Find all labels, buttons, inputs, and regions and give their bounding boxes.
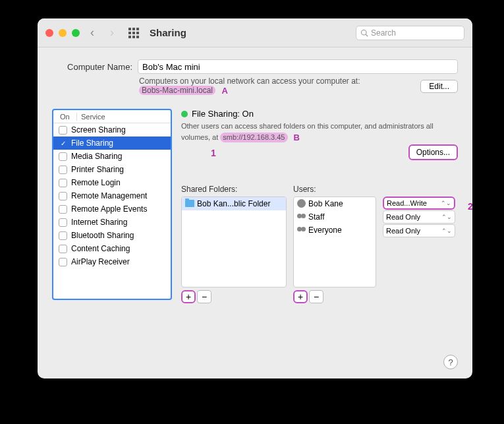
shared-folders-label: Shared Folders:: [181, 185, 287, 194]
fullscreen-button[interactable]: [72, 29, 80, 37]
service-label: Bluetooth Sharing: [71, 231, 134, 240]
services-header-service: Service: [77, 113, 105, 121]
user-row[interactable]: Everyone: [294, 224, 376, 237]
annotation-a: A: [221, 86, 227, 96]
search-placeholder: Search: [371, 28, 396, 38]
back-button[interactable]: ‹: [85, 26, 99, 40]
service-checkbox[interactable]: [59, 218, 67, 227]
service-checkbox[interactable]: [59, 166, 67, 174]
search-input[interactable]: Search: [356, 26, 464, 40]
search-icon: [360, 29, 368, 37]
annotation-1: 1: [211, 148, 216, 158]
close-window-button[interactable]: [45, 29, 53, 37]
service-label: Internet Sharing: [71, 218, 127, 227]
service-label: File Sharing: [71, 138, 113, 148]
service-row-airplay-receiver[interactable]: AirPlay Receiver: [53, 255, 171, 268]
folder-row[interactable]: Bob Kan...blic Folder: [182, 197, 286, 210]
service-label: Remote Apple Events: [71, 204, 147, 214]
add-user-button[interactable]: +: [293, 290, 308, 303]
service-checkbox[interactable]: [59, 245, 67, 253]
shared-folders-list[interactable]: Bob Kan...blic Folder: [181, 197, 287, 288]
edit-hostname-button[interactable]: Edit...: [420, 80, 458, 93]
minimize-window-button[interactable]: [59, 29, 67, 37]
status-indicator-icon: [181, 111, 188, 117]
service-row-printer-sharing[interactable]: Printer Sharing: [53, 163, 171, 176]
hostname-highlight: Bobs-Mac-mini.local: [139, 86, 215, 95]
service-label: Remote Login: [71, 178, 121, 187]
user-icon: [297, 199, 306, 208]
group-icon: [297, 227, 306, 233]
service-row-remote-management[interactable]: Remote Management: [53, 189, 171, 202]
service-checkbox[interactable]: [59, 152, 67, 161]
window-title: Sharing: [150, 27, 186, 38]
hostname-subtext: Computers on your local network can acce…: [139, 76, 412, 96]
service-row-bluetooth-sharing[interactable]: Bluetooth Sharing: [53, 229, 171, 242]
service-label: Printer Sharing: [71, 165, 124, 174]
folder-icon: [185, 200, 194, 207]
computer-name-field[interactable]: [138, 59, 458, 74]
service-label: AirPlay Receiver: [71, 257, 130, 266]
help-button[interactable]: ?: [443, 355, 458, 369]
annotation-b: B: [294, 133, 300, 142]
perm-spacer: [383, 185, 455, 194]
service-label: Content Caching: [71, 244, 130, 253]
traffic-lights: [45, 29, 80, 37]
titlebar: ‹ › Sharing Search: [38, 18, 472, 47]
status-description: Other users can access shared folders on…: [181, 121, 458, 144]
user-row[interactable]: Staff: [294, 210, 376, 224]
service-checkbox[interactable]: [59, 205, 67, 214]
users-list[interactable]: Bob KaneStaffEveryone: [293, 197, 376, 288]
users-label: Users:: [293, 185, 376, 194]
permission-select[interactable]: Read Only⌃⌄: [383, 224, 455, 237]
service-row-screen-sharing[interactable]: Screen Sharing: [53, 123, 171, 136]
smb-address-highlight: smb://192.168.3.45: [220, 133, 287, 142]
chevron-updown-icon: ⌃⌄: [441, 227, 452, 234]
user-row[interactable]: Bob Kane: [294, 197, 376, 210]
service-row-remote-login[interactable]: Remote Login: [53, 176, 171, 189]
service-checkbox[interactable]: [59, 126, 67, 135]
service-checkbox[interactable]: ✓: [59, 139, 67, 148]
service-checkbox[interactable]: [59, 179, 67, 187]
sharing-prefs-window: ‹ › Sharing Search Computer Name: Comput…: [38, 18, 472, 379]
permission-select[interactable]: Read Only⌃⌄: [383, 210, 455, 224]
service-row-file-sharing[interactable]: ✓File Sharing: [53, 136, 171, 150]
add-folder-button[interactable]: +: [181, 290, 196, 303]
svg-line-1: [366, 34, 368, 36]
service-checkbox[interactable]: [59, 258, 67, 266]
permission-select[interactable]: Read...Write⌃⌄: [383, 197, 455, 210]
remove-folder-button[interactable]: −: [197, 290, 211, 303]
service-row-remote-apple-events[interactable]: Remote Apple Events: [53, 202, 171, 216]
service-row-media-sharing[interactable]: Media Sharing: [53, 150, 171, 163]
service-row-content-caching[interactable]: Content Caching: [53, 242, 171, 255]
group-icon: [297, 214, 306, 220]
service-label: Screen Sharing: [71, 125, 126, 135]
chevron-updown-icon: ⌃⌄: [441, 214, 452, 220]
service-label: Media Sharing: [71, 152, 122, 161]
options-button[interactable]: Options...: [408, 144, 458, 160]
services-list: On Service Screen Sharing✓File SharingMe…: [52, 109, 172, 300]
computer-name-label: Computer Name:: [52, 62, 132, 72]
service-label: Remote Management: [71, 191, 147, 200]
show-all-icon[interactable]: [128, 28, 139, 38]
annotation-2: 2: [468, 201, 473, 212]
forward-button[interactable]: ›: [105, 26, 119, 40]
svg-point-0: [362, 30, 367, 35]
service-checkbox[interactable]: [59, 231, 67, 240]
status-title: File Sharing: On: [192, 109, 254, 119]
remove-user-button[interactable]: −: [309, 290, 323, 303]
service-checkbox[interactable]: [59, 192, 67, 200]
chevron-updown-icon: ⌃⌄: [441, 200, 451, 206]
services-header-on: On: [53, 113, 77, 121]
service-row-internet-sharing[interactable]: Internet Sharing: [53, 216, 171, 229]
